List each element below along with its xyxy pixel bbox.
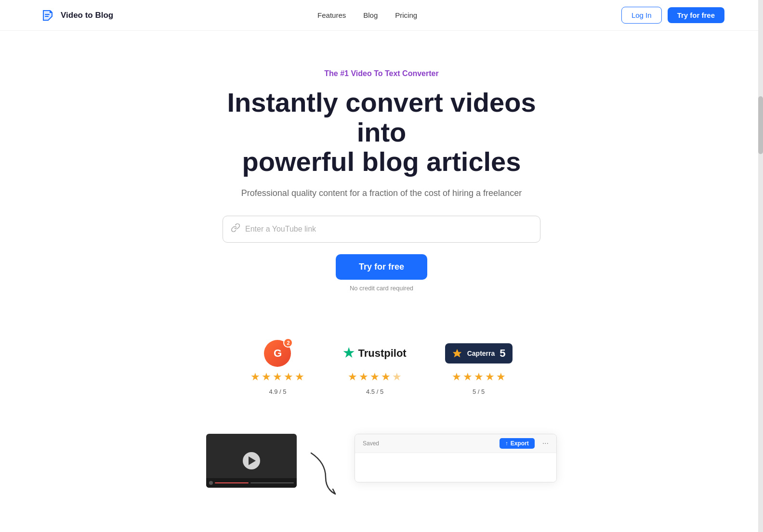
trustpilot-logo: ★ Trustpilot xyxy=(343,340,406,367)
hero-headline: Instantly convert videos into powerful b… xyxy=(213,88,550,177)
nav-actions: Log In Try for free xyxy=(621,7,724,24)
trustpilot-score: 4.5 / 5 xyxy=(366,388,383,395)
trustpilot-text: Trustpilot xyxy=(358,347,406,360)
capterra-score: 5 / 5 xyxy=(473,388,485,395)
nav-features[interactable]: Features xyxy=(317,11,346,19)
play-triangle-icon xyxy=(249,456,256,465)
export-button[interactable]: ↑ Export xyxy=(500,438,535,449)
navbar: Video to Blog Features Blog Pricing Log … xyxy=(0,0,763,31)
blog-mockup-header: Saved ↑ Export ··· xyxy=(355,434,556,453)
capterra-rating: Capterra 5 ★ ★ ★ ★ ★ 5 / 5 xyxy=(445,340,513,395)
capterra-text: Capterra xyxy=(467,350,495,357)
capterra-icon xyxy=(452,348,462,359)
blog-content-preview xyxy=(355,453,556,482)
no-credit-text: No credit card required xyxy=(10,285,753,292)
logo-icon xyxy=(39,7,56,24)
nav-blog[interactable]: Blog xyxy=(363,11,378,19)
cta-section: Try for free No credit card required xyxy=(10,254,753,292)
arrow-container xyxy=(297,443,355,503)
capterra-stars: ★ ★ ★ ★ ★ xyxy=(452,371,506,383)
nav-pricing[interactable]: Pricing xyxy=(395,11,417,19)
hero-tagline: The #1 Video To Text Converter xyxy=(10,69,753,78)
capterra-badge-number: 5 xyxy=(500,347,505,360)
dots-menu[interactable]: ··· xyxy=(542,439,549,448)
nav-links: Features Blog Pricing xyxy=(317,11,417,19)
try-free-nav-button[interactable]: Try for free xyxy=(668,7,724,23)
play-button[interactable] xyxy=(243,452,260,469)
g2-rating: G 2 ★ ★ ★ ★ ★ 4.9 / 5 xyxy=(250,340,304,395)
youtube-link-input[interactable] xyxy=(245,225,532,234)
g2-logo: G 2 xyxy=(264,340,291,367)
capterra-logo: Capterra 5 xyxy=(445,340,513,367)
saved-label: Saved xyxy=(363,440,379,447)
video-progress-bar xyxy=(206,478,297,488)
blog-mockup: Saved ↑ Export ··· xyxy=(355,434,557,482)
trustpilot-star-icon: ★ xyxy=(343,346,354,361)
trustpilot-stars: ★ ★ ★ ★ ★ xyxy=(348,371,402,383)
arrow-icon xyxy=(297,443,355,501)
scrollbar[interactable] xyxy=(758,0,763,503)
g2-stars: ★ ★ ★ ★ ★ xyxy=(250,371,304,383)
g2-score: 4.9 / 5 xyxy=(269,388,286,395)
scrollbar-thumb[interactable] xyxy=(758,96,763,154)
trustpilot-rating: ★ Trustpilot ★ ★ ★ ★ ★ 4.5 / 5 xyxy=(343,340,406,395)
svg-marker-1 xyxy=(453,349,461,357)
hero-section: The #1 Video To Text Converter Instantly… xyxy=(0,31,763,311)
ratings-section: G 2 ★ ★ ★ ★ ★ 4.9 / 5 ★ Trustpilot ★ ★ ★… xyxy=(0,340,763,395)
login-button[interactable]: Log In xyxy=(621,7,662,24)
youtube-input-container xyxy=(223,216,540,243)
demo-section: Saved ↑ Export ··· xyxy=(0,434,763,503)
link-icon xyxy=(231,223,240,235)
logo[interactable]: Video to Blog xyxy=(39,7,113,24)
hero-subheadline: Professional quality content for a fract… xyxy=(10,188,753,198)
logo-text: Video to Blog xyxy=(61,11,113,20)
try-free-button[interactable]: Try for free xyxy=(336,254,427,280)
video-mockup xyxy=(206,434,297,488)
